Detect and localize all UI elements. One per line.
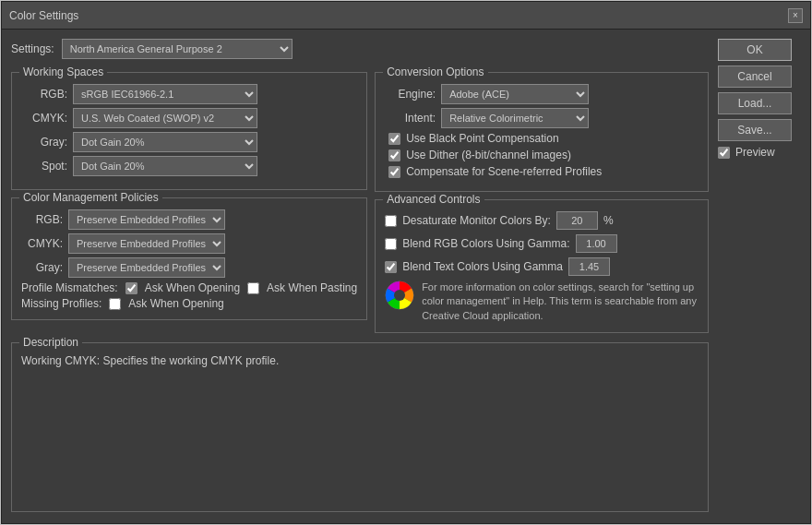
cmyk-field-row: CMYK: U.S. Web Coated (SWOP) v2 [21, 108, 357, 128]
profile-mismatch-pasting-label[interactable]: Ask When Pasting [267, 281, 357, 294]
compensate-scene-label[interactable]: Compensate for Scene-referred Profiles [406, 165, 602, 178]
load-button[interactable]: Load... [718, 92, 792, 114]
rgb-select[interactable]: sRGB IEC61966-2.1 [73, 84, 257, 104]
gray-field-row: Gray: Dot Gain 20% [21, 132, 357, 152]
cancel-button[interactable]: Cancel [718, 66, 792, 88]
dialog-body: Settings: North America General Purpose … [2, 30, 810, 523]
desaturate-input[interactable] [556, 211, 598, 230]
settings-row: Settings: North America General Purpose … [11, 39, 709, 59]
spot-select[interactable]: Dot Gain 20% [73, 156, 257, 176]
compensate-scene-checkbox[interactable] [388, 166, 400, 178]
profile-mismatches-label: Profile Mismatches: [21, 281, 118, 294]
blend-text-input[interactable] [568, 257, 610, 276]
compensate-scene-row: Compensate for Scene-referred Profiles [385, 165, 699, 178]
description-box: Description Working CMYK: Specifies the … [11, 342, 709, 512]
missing-profiles-row: Missing Profiles: Ask When Opening [21, 297, 357, 310]
intent-row: Intent: Relative Colorimetric [385, 108, 699, 128]
cmyk-label: CMYK: [21, 112, 67, 125]
conversion-options-title: Conversion Options [383, 66, 487, 78]
gray-select[interactable]: Dot Gain 20% [73, 132, 257, 152]
blend-rgb-row: Blend RGB Colors Using Gamma: [385, 234, 699, 253]
title-bar: Color Settings × [2, 2, 810, 30]
gray-label: Gray: [21, 136, 67, 149]
preview-label[interactable]: Preview [735, 146, 775, 159]
ok-button[interactable]: OK [718, 39, 792, 61]
info-row: For more information on color settings, … [385, 280, 699, 323]
spot-label: Spot: [21, 160, 67, 173]
profile-mismatch-row: Profile Mismatches: Ask When Opening Ask… [21, 281, 357, 294]
description-title: Description [19, 336, 82, 349]
engine-label: Engine: [385, 88, 436, 101]
blend-text-checkbox[interactable] [385, 261, 397, 273]
desaturate-unit: % [603, 214, 614, 227]
sidebar-buttons: OK Cancel Load... Save... Preview [718, 39, 801, 514]
cmp-gray-row: Gray: Preserve Embedded Profiles [21, 257, 357, 278]
blend-text-row: Blend Text Colors Using Gamma [385, 257, 699, 276]
missing-profiles-opening-checkbox[interactable] [109, 298, 121, 310]
blend-rgb-checkbox[interactable] [385, 238, 397, 250]
dialog-title: Color Settings [9, 9, 78, 22]
color-management-policies-title: Color Management Policies [19, 191, 162, 204]
conversion-options-group: Conversion Options Engine: Adobe (ACE) I… [375, 72, 709, 192]
profile-mismatch-opening-label[interactable]: Ask When Opening [145, 281, 240, 294]
black-point-row: Use Black Point Compensation [385, 132, 699, 145]
rgb-field-row: RGB: sRGB IEC61966-2.1 [21, 84, 357, 104]
right-panel: Conversion Options Engine: Adobe (ACE) I… [375, 72, 709, 335]
color-settings-dialog: Color Settings × Settings: North America… [1, 1, 811, 524]
top-panels: Working Spaces RGB: sRGB IEC61966-2.1 CM… [11, 72, 709, 335]
desaturate-checkbox[interactable] [385, 215, 397, 227]
desaturate-row: Desaturate Monitor Colors By: % [385, 211, 699, 230]
missing-profiles-opening-label[interactable]: Ask When Opening [128, 297, 223, 310]
working-spaces-title: Working Spaces [19, 66, 107, 78]
intent-select[interactable]: Relative Colorimetric [441, 108, 589, 128]
cmp-rgb-label: RGB: [21, 213, 63, 226]
blend-text-label[interactable]: Blend Text Colors Using Gamma [402, 260, 563, 273]
desaturate-label[interactable]: Desaturate Monitor Colors By: [402, 214, 551, 227]
main-content: Settings: North America General Purpose … [11, 39, 709, 514]
preview-row: Preview [718, 146, 801, 159]
profile-mismatch-opening-checkbox[interactable] [125, 282, 137, 294]
intent-label: Intent: [385, 112, 436, 125]
working-spaces-group: Working Spaces RGB: sRGB IEC61966-2.1 CM… [11, 72, 367, 190]
cmp-gray-label: Gray: [21, 261, 63, 274]
info-text: For more information on color settings, … [422, 280, 699, 323]
profile-mismatch-pasting-checkbox[interactable] [247, 282, 259, 294]
spot-field-row: Spot: Dot Gain 20% [21, 156, 357, 176]
missing-profiles-label: Missing Profiles: [21, 297, 102, 310]
preview-checkbox[interactable] [718, 147, 730, 159]
engine-select[interactable]: Adobe (ACE) [441, 84, 589, 104]
cmp-cmyk-row: CMYK: Preserve Embedded Profiles [21, 233, 357, 254]
blend-rgb-input[interactable] [576, 234, 617, 253]
svg-point-1 [394, 290, 405, 301]
cmp-gray-select[interactable]: Preserve Embedded Profiles [68, 257, 225, 278]
engine-row: Engine: Adobe (ACE) [385, 84, 699, 104]
cmp-cmyk-select[interactable]: Preserve Embedded Profiles [68, 233, 225, 254]
settings-label: Settings: [11, 42, 54, 55]
settings-select[interactable]: North America General Purpose 2 [62, 39, 293, 59]
dither-checkbox[interactable] [388, 149, 400, 161]
color-management-policies-group: Color Management Policies RGB: Preserve … [11, 197, 367, 320]
close-button[interactable]: × [788, 8, 803, 23]
left-panel: Working Spaces RGB: sRGB IEC61966-2.1 CM… [11, 72, 367, 335]
color-wheel-icon [385, 280, 414, 310]
blend-rgb-label[interactable]: Blend RGB Colors Using Gamma: [402, 237, 569, 250]
cmp-rgb-select[interactable]: Preserve Embedded Profiles [68, 209, 225, 230]
dither-row: Use Dither (8-bit/channel images) [385, 149, 699, 161]
dither-label[interactable]: Use Dither (8-bit/channel images) [406, 149, 571, 161]
advanced-controls-title: Advanced Controls [383, 193, 484, 206]
black-point-checkbox[interactable] [388, 133, 400, 145]
rgb-label: RGB: [21, 88, 67, 101]
advanced-controls-group: Advanced Controls Desaturate Monitor Col… [375, 199, 709, 333]
cmp-cmyk-label: CMYK: [21, 237, 63, 250]
description-text: Working CMYK: Specifies the working CMYK… [21, 352, 699, 369]
save-button[interactable]: Save... [718, 119, 792, 141]
black-point-label[interactable]: Use Black Point Compensation [406, 132, 558, 145]
cmp-rgb-row: RGB: Preserve Embedded Profiles [21, 209, 357, 230]
cmyk-select[interactable]: U.S. Web Coated (SWOP) v2 [73, 108, 257, 128]
